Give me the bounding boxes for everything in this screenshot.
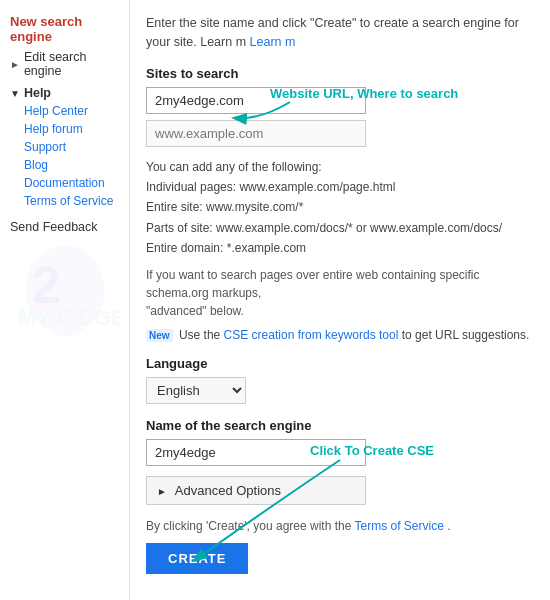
tos-link[interactable]: Terms of Service bbox=[354, 519, 443, 533]
sidebar-item-help[interactable]: ▼ Help bbox=[10, 86, 119, 100]
sidebar-link-support[interactable]: Support bbox=[24, 140, 119, 154]
sidebar-link-tos[interactable]: Terms of Service bbox=[24, 194, 119, 208]
sidebar-item-edit-engine[interactable]: ► Edit search engine bbox=[10, 50, 119, 78]
sidebar-item-feedback[interactable]: Send Feedback bbox=[10, 220, 119, 234]
sidebar-link-help-center[interactable]: Help Center bbox=[24, 104, 119, 118]
language-select[interactable]: English Spanish French German Chinese bbox=[146, 377, 246, 404]
search-engine-name-input[interactable] bbox=[146, 439, 366, 466]
create-button[interactable]: CREATE bbox=[146, 543, 248, 574]
learn-more-link[interactable]: Learn m bbox=[250, 35, 296, 49]
advanced-arrow-icon: ► bbox=[157, 486, 167, 497]
sidebar-link-help-forum[interactable]: Help forum bbox=[24, 122, 119, 136]
main-content: Enter the site name and click "Create" t… bbox=[130, 0, 550, 600]
sidebar-link-blog[interactable]: Blog bbox=[24, 158, 119, 172]
new-badge: New bbox=[146, 329, 173, 342]
sidebar-item-new-engine[interactable]: New search engine bbox=[10, 14, 119, 44]
search-engine-name-section: Name of the search engine bbox=[146, 418, 534, 466]
tos-text: By clicking 'Create', you agree with the… bbox=[146, 519, 534, 533]
sidebar: New search engine ► Edit search engine ▼… bbox=[0, 0, 130, 600]
edit-arrow-icon: ► bbox=[10, 59, 20, 70]
help-arrow-icon: ▼ bbox=[10, 88, 20, 99]
intro-text: Enter the site name and click "Create" t… bbox=[146, 14, 534, 52]
cse-keywords-link[interactable]: CSE creation from keywords tool bbox=[224, 328, 399, 342]
sidebar-link-documentation[interactable]: Documentation bbox=[24, 176, 119, 190]
language-section: Language English Spanish French German C… bbox=[146, 356, 534, 404]
site-url-input-empty[interactable] bbox=[146, 120, 366, 147]
sites-section-label: Sites to search bbox=[146, 66, 534, 81]
schema-hint: If you want to search pages over entire … bbox=[146, 266, 534, 320]
name-label: Name of the search engine bbox=[146, 418, 534, 433]
language-label: Language bbox=[146, 356, 534, 371]
cse-hint: New Use the CSE creation from keywords t… bbox=[146, 326, 534, 344]
advanced-options-toggle[interactable]: ► Advanced Options bbox=[146, 476, 366, 505]
sidebar-help-links: Help Center Help forum Support Blog Docu… bbox=[10, 104, 119, 208]
hint-block: You can add any of the following: Indivi… bbox=[146, 157, 534, 259]
site-url-input-filled[interactable] bbox=[146, 87, 366, 114]
